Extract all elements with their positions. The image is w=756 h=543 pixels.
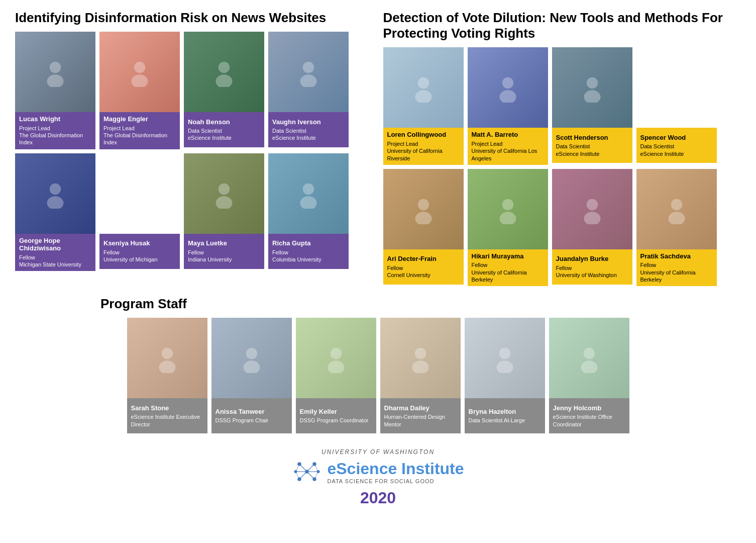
svg-point-40 <box>499 348 510 359</box>
person-org: Michigan State University <box>19 261 91 268</box>
svg-point-11 <box>132 196 148 209</box>
svg-point-1 <box>47 74 64 87</box>
logo-subtitle: DATA SCIENCE FOR SOCIAL GOOD <box>327 478 464 484</box>
svg-point-10 <box>134 183 146 195</box>
person-card: Kseniya HusakFellowUniversity of Michiga… <box>99 153 180 272</box>
svg-point-16 <box>417 77 429 89</box>
person-role: Project Lead <box>103 125 176 132</box>
svg-line-59 <box>314 464 318 472</box>
person-card: Pratik SachdevaFellowUniversity of Calif… <box>636 169 717 286</box>
person-name: Lucas Wright <box>19 115 91 123</box>
svg-point-18 <box>502 77 513 89</box>
person-card: Emily KellerDSSG Program Coordinator <box>296 318 376 433</box>
person-card: Richa GuptaFellowColumbia University <box>268 153 349 272</box>
person-org: eScience Institute <box>188 134 260 141</box>
person-name: Pratik Sachdeva <box>640 252 713 260</box>
person-org: University of California Berkeley <box>472 269 544 284</box>
person-role: DSSG Program Chair <box>215 417 288 424</box>
person-info: Emily KellerDSSG Program Coordinator <box>296 398 376 433</box>
person-photo <box>468 169 548 249</box>
person-role: Fellow <box>272 249 345 256</box>
main-container: Identifying Disinformation Risk on News … <box>15 10 741 512</box>
person-name: Matt A. Barreto <box>472 131 544 139</box>
person-role: Fellow <box>472 261 544 268</box>
svg-point-43 <box>581 361 597 374</box>
svg-point-5 <box>216 74 233 87</box>
logo-science: Science Institute <box>336 460 464 478</box>
person-role: Human-Centered Design Mentor <box>384 413 457 428</box>
person-role: DSSG Program Coordinator <box>300 417 372 424</box>
svg-point-4 <box>219 62 230 73</box>
svg-point-21 <box>584 90 600 103</box>
svg-point-25 <box>415 212 431 224</box>
svg-point-27 <box>499 212 516 224</box>
person-info: Hikari MurayamaFellowUniversity of Calif… <box>468 249 548 286</box>
person-info: Jenny HolcombeScience Institute Office C… <box>549 398 629 433</box>
svg-point-41 <box>496 361 513 374</box>
person-org: eScience Institute <box>640 150 713 157</box>
person-info: Kseniya HusakFellowUniversity of Michiga… <box>99 234 180 269</box>
person-info: George Hope ChidziwisanoFellowMichigan S… <box>15 234 95 272</box>
svg-point-13 <box>216 196 233 209</box>
person-photo <box>636 169 717 249</box>
person-role: Project Lead <box>472 140 544 147</box>
person-name: Ari Decter-Frain <box>387 255 460 263</box>
svg-point-8 <box>50 183 61 195</box>
person-name: Bryna Hazelton <box>469 408 541 416</box>
person-info: Sarah StoneeScience Institute Executive … <box>127 398 207 433</box>
person-info: Noah BensonData ScientisteScience Instit… <box>184 112 264 147</box>
svg-line-58 <box>296 472 300 479</box>
person-card: Noah BensonData ScientisteScience Instit… <box>184 32 264 149</box>
person-card: Ari Decter-FrainFellowCornell University <box>383 169 464 286</box>
top-section: Identifying Disinformation Risk on News … <box>15 10 741 286</box>
svg-point-38 <box>414 348 426 359</box>
person-name: Hikari Murayama <box>472 252 544 260</box>
logo-e: e <box>327 460 336 478</box>
person-org: University of California Berkeley <box>640 269 713 284</box>
person-role: Fellow <box>19 254 91 261</box>
svg-point-33 <box>159 361 175 374</box>
person-card: Dharma DaileyHuman-Centered Design Mento… <box>380 318 461 433</box>
person-photo <box>549 318 629 398</box>
person-info: Vaughn IversonData ScientisteScience Ins… <box>268 112 349 147</box>
escience-icon <box>292 457 322 487</box>
person-info: Anissa TanweerDSSG Program Chair <box>211 398 292 433</box>
person-info: Matt A. BarretoProject LeadUniversity of… <box>468 128 548 164</box>
person-info: Loren CollingwoodProject LeadUniversity … <box>383 128 464 164</box>
person-photo <box>383 47 464 128</box>
svg-point-9 <box>47 196 64 209</box>
person-name: Dharma Dailey <box>384 404 457 412</box>
svg-point-29 <box>584 212 600 224</box>
person-info: Maya LuetkeFellowIndiana University <box>184 234 264 269</box>
person-role: Fellow <box>556 264 628 272</box>
person-name: Emily Keller <box>300 408 372 416</box>
program-staff-title: Program Staff <box>100 296 741 312</box>
person-card: Hikari MurayamaFellowUniversity of Calif… <box>468 169 548 286</box>
person-role: Fellow <box>640 261 713 268</box>
person-role: Data Scientist At-Large <box>469 417 541 424</box>
person-card: Maya LuetkeFellowIndiana University <box>184 153 264 272</box>
person-card: Matt A. BarretoProject LeadUniversity of… <box>468 47 548 164</box>
person-role: eScience Institute Executive Director <box>131 413 203 428</box>
svg-line-60 <box>314 472 318 479</box>
svg-point-42 <box>583 348 595 359</box>
person-role: Data Scientist <box>272 127 345 134</box>
person-info: Juandalyn BurkeFellowUniversity of Washi… <box>552 249 632 285</box>
svg-point-31 <box>668 212 685 224</box>
person-photo <box>211 318 292 398</box>
person-name: Loren Collingwood <box>387 131 460 139</box>
right-people-grid: Loren CollingwoodProject LeadUniversity … <box>383 47 741 286</box>
person-card: Bryna HazeltonData Scientist At-Large <box>465 318 545 433</box>
person-photo <box>383 169 464 249</box>
person-name: Vaughn Iverson <box>272 118 345 126</box>
person-name: Richa Gupta <box>272 239 345 247</box>
person-photo <box>468 47 548 128</box>
person-info: Ari Decter-FrainFellowCornell University <box>383 249 464 285</box>
person-card: Sarah StoneeScience Institute Executive … <box>127 318 207 433</box>
person-photo <box>127 318 207 398</box>
logo-text-block: eScience Institute DATA SCIENCE FOR SOCI… <box>327 460 464 484</box>
person-photo <box>380 318 461 398</box>
person-info: Bryna HazeltonData Scientist At-Large <box>465 398 545 433</box>
svg-point-0 <box>50 62 61 73</box>
person-photo <box>99 153 180 234</box>
